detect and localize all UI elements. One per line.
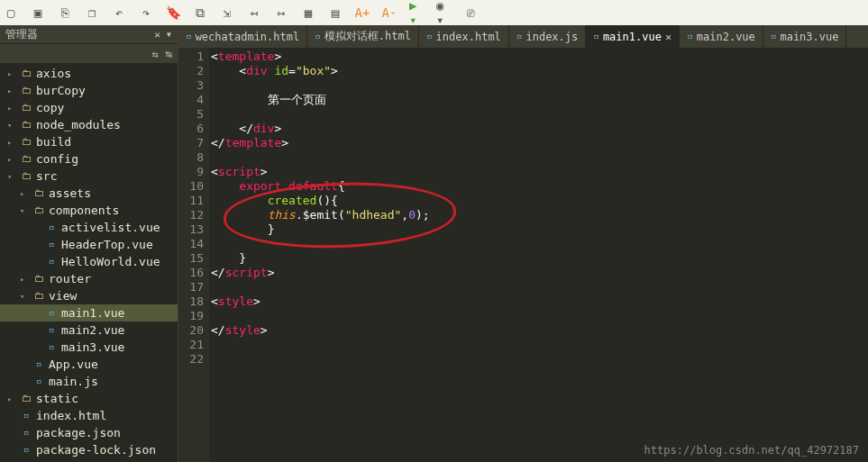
folder-icon: 🗀: [20, 119, 32, 131]
tree-file[interactable]: ▫HeaderTop.vue: [0, 236, 178, 253]
code-line[interactable]: [211, 237, 868, 251]
arrow-icon: ▾: [20, 292, 29, 301]
tab-label: wechatadmin.html: [196, 31, 300, 43]
tree-file[interactable]: ▫README.md: [0, 458, 178, 462]
line-number: 10: [178, 179, 204, 194]
watermark-text: https://blog.csdn.net/qq_42972187: [644, 444, 859, 457]
tree-file[interactable]: ▫HelloWorld.vue: [0, 253, 178, 270]
tree-folder[interactable]: ▸🗀static: [0, 390, 178, 407]
file-icon: ▫: [32, 376, 45, 388]
tree-folder[interactable]: ▸🗀copy: [0, 99, 178, 116]
file-icon: ▫: [45, 341, 58, 354]
code-line[interactable]: <style>: [211, 294, 868, 309]
code-line[interactable]: [211, 150, 868, 165]
folder-icon: 🗀: [20, 136, 32, 149]
close-icon[interactable]: ✕: [665, 31, 672, 43]
open-icon[interactable]: ▣: [31, 5, 45, 20]
code-line[interactable]: </script>: [211, 266, 868, 280]
saveall-icon[interactable]: ❐: [85, 5, 99, 20]
code-line[interactable]: export default{: [211, 179, 868, 194]
bookmark-icon[interactable]: 🔖: [166, 5, 180, 20]
tree-folder[interactable]: ▸🗀build: [0, 133, 178, 150]
line-number: 18: [178, 294, 204, 309]
main-area: 管理器 ✕ ▾ ⇆ ↹ ▸🗀axios▸🗀burCopy▸🗀copy▾🗀node…: [0, 25, 868, 462]
tree-folder[interactable]: ▾🗀view: [0, 287, 178, 304]
tree-folder[interactable]: ▸🗀burCopy: [0, 82, 178, 99]
new-icon[interactable]: ▢: [4, 5, 18, 20]
tree-folder[interactable]: ▸🗀config: [0, 150, 178, 168]
line-number: 2: [178, 64, 204, 78]
nav-left-icon[interactable]: ↤: [247, 5, 261, 20]
tree-folder[interactable]: ▸🗀assets: [0, 185, 178, 202]
code-line[interactable]: [211, 78, 868, 93]
tree-file[interactable]: ▫main1.vue: [0, 304, 178, 322]
code-editor[interactable]: 12345678910111213141516171819202122 <tem…: [178, 48, 868, 462]
sidebar-tab[interactable]: 管理器 ✕ ▾: [0, 25, 178, 43]
code-line[interactable]: [211, 107, 868, 122]
code-line[interactable]: [211, 338, 868, 352]
line-number: 15: [178, 251, 204, 266]
editor-tab[interactable]: ▫wechatadmin.html: [178, 25, 307, 48]
tree-file[interactable]: ▫package-lock.json: [0, 441, 178, 458]
db-icon[interactable]: ⧉: [193, 5, 207, 20]
code-line[interactable]: }: [211, 222, 868, 237]
editor-tab[interactable]: ▫main1.vue✕: [586, 25, 680, 48]
tree-file[interactable]: ▫App.vue: [0, 356, 178, 373]
tree-file[interactable]: ▫package.json: [0, 424, 178, 441]
editor-tab[interactable]: ▫main2.vue: [680, 25, 763, 48]
save-icon[interactable]: ⎘: [58, 5, 72, 20]
folder-icon: 🗀: [20, 68, 32, 80]
tree-file[interactable]: ▫main3.vue: [0, 339, 178, 356]
code-line[interactable]: this.$emit("hdhead",0);: [211, 208, 868, 222]
tree-file[interactable]: ▫activelist.vue: [0, 219, 178, 236]
tree-folder[interactable]: ▸🗀router: [0, 270, 178, 287]
collapse-icon[interactable]: ⇆: [152, 48, 159, 60]
line-number: 12: [178, 208, 204, 222]
code-line[interactable]: <script>: [211, 165, 868, 179]
chrome-icon[interactable]: ◉ ▾: [436, 5, 451, 20]
export-icon[interactable]: ⇲: [220, 5, 234, 20]
code-line[interactable]: [211, 352, 868, 367]
layout-icon[interactable]: ▦: [301, 5, 315, 20]
editor-tab[interactable]: ▫index.js: [509, 25, 586, 48]
grid-icon[interactable]: ▤: [328, 5, 343, 20]
line-number: 21: [178, 338, 204, 352]
folder-icon: 🗀: [20, 393, 32, 405]
file-icon: ▫: [45, 239, 58, 251]
editor-tab[interactable]: ▫模拟对话框.html: [307, 25, 419, 48]
code-line[interactable]: <div id="box">: [211, 64, 868, 78]
code-line[interactable]: [211, 280, 868, 294]
tree-file[interactable]: ▫main.js: [0, 373, 178, 390]
font-minus-icon[interactable]: A-: [382, 5, 397, 20]
code-line[interactable]: <template>: [211, 50, 868, 64]
tree-folder[interactable]: ▾🗀node_modules: [0, 116, 178, 133]
code-line[interactable]: }: [211, 251, 868, 266]
code-line[interactable]: 第一个页面: [211, 93, 868, 107]
tree-folder[interactable]: ▾🗀src: [0, 168, 178, 185]
code-line[interactable]: </style>: [211, 323, 868, 338]
editor-tab[interactable]: ▫main3.vue: [763, 25, 847, 48]
run-icon[interactable]: ▶ ▾: [409, 5, 424, 20]
tree-file[interactable]: ▫main2.vue: [0, 322, 178, 339]
tree-folder[interactable]: ▸🗀axios: [0, 65, 178, 82]
tree-folder[interactable]: ▾🗀components: [0, 202, 178, 219]
browser-icon[interactable]: ⎚: [463, 5, 478, 20]
code-line[interactable]: [211, 309, 868, 323]
line-number: 16: [178, 266, 204, 280]
code-line[interactable]: created(){: [211, 194, 868, 208]
font-plus-icon[interactable]: A+: [355, 5, 370, 20]
nav-right-icon[interactable]: ↦: [274, 5, 288, 20]
code-area[interactable]: <template> <div id="box"> 第一个页面 </div></…: [209, 48, 868, 462]
tree-label: node_modules: [36, 118, 121, 131]
redo-icon[interactable]: ↷: [139, 5, 153, 20]
project-tree[interactable]: ▸🗀axios▸🗀burCopy▸🗀copy▾🗀node_modules▸🗀bu…: [0, 63, 178, 462]
editor-tab[interactable]: ▫index.html: [419, 25, 509, 48]
code-line[interactable]: </template>: [211, 136, 868, 150]
link-icon[interactable]: ↹: [166, 48, 172, 60]
close-icon[interactable]: ✕: [154, 29, 160, 41]
tree-file[interactable]: ▫index.html: [0, 407, 178, 424]
undo-icon[interactable]: ↶: [112, 5, 126, 20]
code-line[interactable]: </div>: [211, 122, 868, 136]
overflow-icon[interactable]: ▾: [166, 28, 172, 41]
tab-label: main1.vue: [603, 31, 662, 43]
